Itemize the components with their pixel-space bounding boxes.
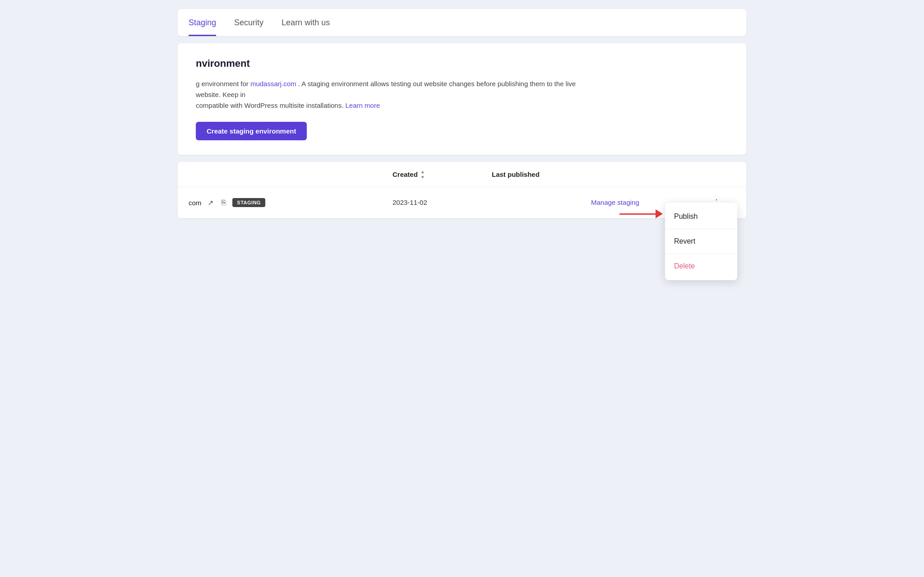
arrow-head — [656, 209, 663, 218]
copy-button[interactable]: ⎘ — [220, 198, 228, 208]
tabs-card: Staging Security Learn with us — [178, 9, 746, 36]
environment-card: nvironment g environment for mudassarj.c… — [178, 43, 746, 155]
col-name — [189, 169, 393, 180]
external-link-icon: ↗ — [208, 199, 213, 207]
col-created: Created ▲ ▼ — [393, 169, 492, 180]
dropdown-revert[interactable]: Revert — [665, 231, 737, 252]
tabs-container: Staging Security Learn with us — [189, 9, 735, 36]
dropdown-divider-2 — [665, 254, 737, 254]
tab-security[interactable]: Security — [234, 9, 263, 36]
page-wrapper: Staging Security Learn with us nvironmen… — [178, 9, 746, 218]
dropdown-divider-1 — [665, 229, 737, 229]
site-link[interactable]: mudassarj.com — [250, 80, 296, 88]
external-link-button[interactable]: ↗ — [206, 198, 215, 208]
tab-staging[interactable]: Staging — [189, 9, 216, 36]
site-name-cell: com ↗ ⎘ STAGING — [189, 198, 393, 208]
table-header: Created ▲ ▼ Last published — [178, 162, 746, 187]
environment-description: g environment for mudassarj.com . A stag… — [196, 78, 602, 111]
dropdown-menu: Publish Revert Delete — [665, 203, 737, 280]
staging-badge: STAGING — [232, 198, 265, 207]
create-staging-button[interactable]: Create staging environment — [196, 122, 307, 140]
learn-more-link[interactable]: Learn more — [346, 102, 380, 109]
environment-title: nvironment — [196, 58, 728, 69]
staging-table-card: Created ▲ ▼ Last published com ↗ ⎘ — [178, 162, 746, 218]
col-last-published: Last published — [492, 169, 591, 180]
dropdown-publish[interactable]: Publish — [665, 206, 737, 227]
tab-learn[interactable]: Learn with us — [282, 9, 330, 36]
col-actions — [591, 169, 708, 180]
dropdown-delete[interactable]: Delete — [665, 256, 737, 277]
manage-staging-link[interactable]: Manage staging — [591, 198, 639, 206]
arrow-indicator — [619, 209, 663, 218]
copy-icon: ⎘ — [222, 198, 226, 206]
created-date-cell: 2023-11-02 — [393, 198, 492, 207]
sort-icon[interactable]: ▲ ▼ — [420, 169, 425, 180]
col-menu — [708, 169, 735, 180]
site-name: com — [189, 199, 201, 207]
arrow-line — [619, 213, 656, 215]
